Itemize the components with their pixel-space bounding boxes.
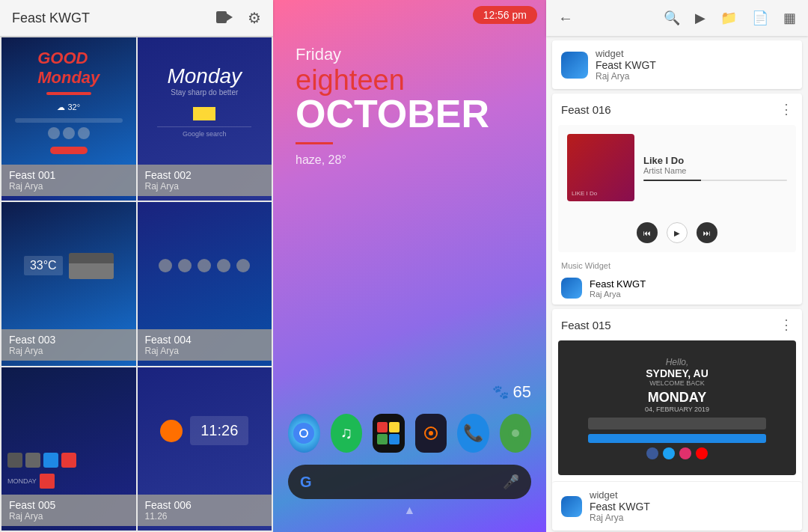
- file-button[interactable]: 📄: [746, 4, 774, 32]
- play-pause-button[interactable]: ▶: [667, 222, 688, 243]
- day-label: Friday: [296, 45, 524, 64]
- google-logo: G: [300, 474, 312, 491]
- widget-label-015: widget: [590, 489, 793, 501]
- feast-015-widget-header: widget Feast KWGT Raj Arya: [552, 482, 802, 531]
- swipe-hint: ▲: [288, 504, 531, 517]
- left-panel: Feast KWGT ⚙ GOODMonday ☁ 32°: [0, 0, 273, 532]
- date-word: eighteen: [296, 66, 524, 94]
- svg-point-6: [429, 431, 433, 435]
- widget-info-card-1: widget Feast KWGT Raj Arya: [552, 40, 802, 89]
- feast-016-card[interactable]: Feast 016 ⋮ LIKE I Do Like I Do Artist N…: [552, 94, 802, 305]
- right-header-icons: 🔍 ▶ 📁 📄 ▦: [658, 4, 802, 32]
- svg-point-4: [301, 430, 307, 436]
- bottom-section: 🐾 65 ♫: [273, 382, 546, 532]
- widget-001-preview: GOODMonday ☁ 32°: [1, 37, 136, 165]
- multi-app-icon[interactable]: [373, 414, 405, 453]
- time-display: 12:56 pm: [473, 6, 537, 24]
- list-item[interactable]: 33°C Feast 003 Raj Arya: [1, 202, 136, 365]
- feast-016-preview: LIKE I Do Like I Do Artist Name ⏮ ▶: [558, 125, 796, 252]
- app-title: Feast KWGT: [12, 10, 90, 26]
- social-icons: [646, 447, 708, 459]
- feast-016-category: Music Widget: [552, 258, 802, 272]
- phone-icon[interactable]: 📞: [457, 414, 489, 453]
- right-header: ← 🔍 ▶ 📁 📄 ▦: [546, 0, 808, 36]
- svg-rect-0: [216, 11, 227, 23]
- widget-002-preview: Monday Stay sharp do better Google searc…: [138, 37, 272, 165]
- chrome-icon[interactable]: [288, 414, 320, 453]
- right-panel: ← 🔍 ▶ 📁 📄 ▦ widget Feast KWGT Raj Arya: [546, 0, 808, 532]
- widget-003-label: Feast 003 Raj Arya: [1, 329, 136, 361]
- date-content: Friday eighteen OCTOBER haze, 28°: [273, 30, 546, 182]
- feast-016-menu[interactable]: ⋮: [780, 101, 793, 117]
- widget-grid: GOODMonday ☁ 32° Feast 001 Raj Arya: [0, 36, 273, 532]
- right-scroll[interactable]: widget Feast KWGT Raj Arya Feast 016 ⋮ L…: [546, 36, 808, 532]
- middle-panel: 12:56 pm Friday eighteen OCTOBER haze, 2…: [273, 0, 546, 532]
- widget-header-1: widget Feast KWGT Raj Arya: [552, 40, 802, 89]
- month-label: OCTOBER: [296, 94, 524, 133]
- widget-name-1: Feast KWGT: [596, 59, 793, 71]
- steps-icon: 🐾: [492, 384, 509, 400]
- list-item[interactable]: 11:26 Feast 006 11.26: [138, 367, 272, 531]
- widget-002-label: Feast 002 Raj Arya: [138, 165, 272, 196]
- circle-icon[interactable]: [500, 414, 532, 453]
- microphone-icon[interactable]: 🎤: [503, 474, 519, 490]
- kwgt-icon-1: [561, 52, 588, 79]
- search-button[interactable]: 🔍: [658, 4, 686, 32]
- widget-author-1: Raj Arya: [596, 71, 793, 82]
- prev-button[interactable]: ⏮: [637, 222, 658, 243]
- widget-005-preview: MONDAY: [1, 367, 136, 495]
- svg-marker-1: [227, 13, 233, 21]
- settings-icon[interactable]: ⚙: [248, 9, 261, 27]
- left-header: Feast KWGT ⚙: [0, 0, 273, 36]
- widget-label-1: widget: [596, 48, 793, 59]
- up-arrow-icon: ▲: [404, 504, 416, 517]
- list-item[interactable]: MONDAY Feast 005 Raj Arya: [1, 367, 136, 531]
- folder-button[interactable]: 📁: [714, 4, 743, 32]
- steps-display: 🐾 65: [288, 382, 531, 402]
- track-info: Like I Do Artist Name: [643, 155, 787, 181]
- grid-button[interactable]: ▦: [777, 4, 802, 32]
- spotify-icon[interactable]: ♫: [331, 414, 363, 453]
- list-item[interactable]: Feast 004 Raj Arya: [138, 202, 272, 365]
- feast-015-title: Feast 015: [561, 319, 611, 331]
- widget-006-label: Feast 006 11.26: [138, 495, 272, 526]
- instagram-icon: [679, 447, 691, 459]
- widget-001-label: Feast 001 Raj Arya: [1, 165, 136, 196]
- header-icons: ⚙: [216, 9, 261, 27]
- widget-003-preview: 33°C: [1, 202, 136, 329]
- feast-016-title: Feast 016: [561, 103, 611, 116]
- svg-point-8: [512, 429, 519, 437]
- feast-015-footer: widget Feast KWGT Raj Arya: [552, 481, 802, 531]
- step-count: 65: [513, 382, 531, 402]
- list-item[interactable]: Monday Stay sharp do better Google searc…: [138, 37, 272, 201]
- search-bar[interactable]: G 🎤: [288, 465, 531, 499]
- feast-016-header: Feast 016 ⋮: [552, 94, 802, 125]
- app-icons-row: ♫ 📞: [288, 414, 531, 453]
- kwgt-icon-015: [561, 496, 582, 517]
- next-button[interactable]: ⏭: [697, 222, 717, 243]
- widget-info-015: widget Feast KWGT Raj Arya: [590, 489, 793, 523]
- play-button[interactable]: ▶: [689, 4, 711, 32]
- kwgt-icon-016: [561, 278, 582, 299]
- youtube-icon: [696, 447, 708, 459]
- back-button[interactable]: ←: [552, 4, 579, 33]
- feast-015-header: Feast 015 ⋮: [552, 309, 802, 340]
- feast-016-footer: Feast KWGT Raj Arya: [552, 272, 802, 305]
- widget-006-preview: 11:26: [138, 367, 272, 495]
- feast-015-card[interactable]: Feast 015 ⋮ Hello, SYDNEY, AU WELCOME BA…: [552, 309, 802, 531]
- playback-controls: ⏮ ▶ ⏭: [637, 222, 717, 243]
- video-icon[interactable]: [216, 10, 233, 27]
- twitter-icon: [663, 447, 675, 459]
- weather-label: haze, 28°: [296, 153, 524, 167]
- list-item[interactable]: GOODMonday ☁ 32° Feast 001 Raj Arya: [1, 37, 136, 201]
- divider: [296, 142, 333, 144]
- widget-004-label: Feast 004 Raj Arya: [138, 329, 272, 361]
- facebook-icon: [646, 447, 658, 459]
- album-cover: LIKE I Do: [567, 134, 634, 201]
- widget-004-preview: [138, 202, 272, 329]
- feast-015-menu[interactable]: ⋮: [780, 317, 793, 333]
- puzzle-icon[interactable]: [415, 414, 447, 453]
- status-bar: 12:56 pm: [273, 0, 546, 30]
- feast-015-preview: Hello, SYDNEY, AU WELCOME BACK MONDAY 04…: [558, 340, 796, 475]
- widget-005-label: Feast 005 Raj Arya: [1, 495, 136, 526]
